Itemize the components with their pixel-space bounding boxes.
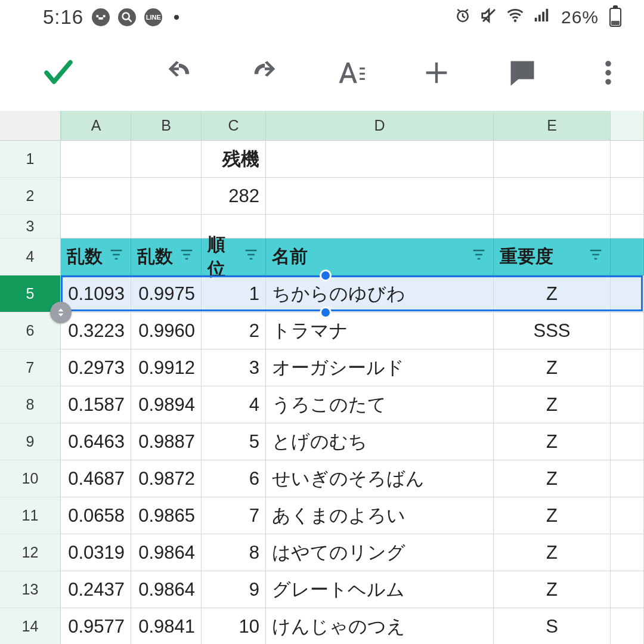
cell-E14[interactable]: S <box>494 608 611 644</box>
row-header-11[interactable]: 11 <box>0 497 61 534</box>
row-header-13[interactable]: 13 <box>0 571 61 608</box>
cell-B9[interactable]: 0.9887 <box>131 423 202 460</box>
cell-B11[interactable]: 0.9865 <box>131 497 202 534</box>
cell-C8[interactable]: 4 <box>202 386 266 423</box>
column-header-F[interactable] <box>611 111 644 141</box>
column-header-B[interactable]: B <box>131 111 202 141</box>
cell-D11[interactable]: あくまのよろい <box>266 497 494 534</box>
cell-A5[interactable]: 0.1093 <box>61 275 131 312</box>
cell-F9[interactable] <box>611 423 644 460</box>
cell-E3[interactable] <box>494 215 611 239</box>
row-header-2[interactable]: 2 <box>0 178 61 215</box>
cell-E1[interactable] <box>494 141 611 178</box>
cell-D10[interactable]: せいぎのそろばん <box>266 460 494 497</box>
cell-F13[interactable] <box>611 571 644 608</box>
cell-B1[interactable] <box>131 141 202 178</box>
redo-button[interactable] <box>241 49 289 97</box>
cell-E10[interactable]: Z <box>494 460 611 497</box>
select-all-corner[interactable] <box>0 111 61 141</box>
cell-F2[interactable] <box>611 178 644 215</box>
cell-C4[interactable]: 順位 <box>202 239 266 275</box>
cell-A2[interactable] <box>61 178 131 215</box>
row-header-10[interactable]: 10 <box>0 460 61 497</box>
row-header-14[interactable]: 14 <box>0 608 61 644</box>
cell-D2[interactable] <box>266 178 494 215</box>
cell-D14[interactable]: けんじゃのつえ <box>266 608 494 644</box>
cell-F10[interactable] <box>611 460 644 497</box>
confirm-button[interactable] <box>35 49 82 97</box>
cell-E4[interactable]: 重要度 <box>494 239 611 275</box>
cell-F6[interactable] <box>611 312 644 349</box>
cell-D3[interactable] <box>266 215 494 239</box>
cell-E2[interactable] <box>494 178 611 215</box>
cell-A7[interactable]: 0.2973 <box>61 349 131 386</box>
cell-C9[interactable]: 5 <box>202 423 266 460</box>
cell-F12[interactable] <box>611 534 644 571</box>
cell-A4[interactable]: 乱数 <box>61 239 131 275</box>
filter-icon[interactable] <box>243 246 259 263</box>
cell-B13[interactable]: 0.9864 <box>131 571 202 608</box>
cell-C1[interactable]: 残機 <box>202 141 266 178</box>
cell-C7[interactable]: 3 <box>202 349 266 386</box>
cell-E12[interactable]: Z <box>494 534 611 571</box>
cell-C10[interactable]: 6 <box>202 460 266 497</box>
cell-A12[interactable]: 0.0319 <box>61 534 131 571</box>
cell-F4[interactable] <box>611 239 644 275</box>
row-drag-handle[interactable] <box>50 302 72 323</box>
cell-F5[interactable] <box>611 275 644 312</box>
cell-B7[interactable]: 0.9912 <box>131 349 202 386</box>
cell-D1[interactable] <box>266 141 494 178</box>
cell-F8[interactable] <box>611 386 644 423</box>
cell-A1[interactable] <box>61 141 131 178</box>
cell-C12[interactable]: 8 <box>202 534 266 571</box>
cell-C14[interactable]: 10 <box>202 608 266 644</box>
cell-B3[interactable] <box>131 215 202 239</box>
filter-icon[interactable] <box>108 246 125 263</box>
cell-A6[interactable]: 0.3223 <box>61 312 131 349</box>
column-header-E[interactable]: E <box>494 111 611 141</box>
comment-button[interactable] <box>499 49 546 97</box>
cell-E13[interactable]: Z <box>494 571 611 608</box>
filter-icon[interactable] <box>587 246 604 263</box>
cell-A8[interactable]: 0.1587 <box>61 386 131 423</box>
add-button[interactable] <box>413 49 460 97</box>
cell-C2[interactable]: 282 <box>202 178 266 215</box>
cell-D13[interactable]: グレートヘルム <box>266 571 494 608</box>
cell-D7[interactable]: オーガシールド <box>266 349 494 386</box>
cell-D4[interactable]: 名前 <box>266 239 494 275</box>
filter-icon[interactable] <box>470 246 487 263</box>
cell-F1[interactable] <box>611 141 644 178</box>
cell-A9[interactable]: 0.6463 <box>61 423 131 460</box>
cell-B2[interactable] <box>131 178 202 215</box>
row-header-3[interactable]: 3 <box>0 215 61 239</box>
cell-B14[interactable]: 0.9841 <box>131 608 202 644</box>
more-button[interactable] <box>584 49 632 97</box>
column-header-A[interactable]: A <box>61 111 131 141</box>
cell-B10[interactable]: 0.9872 <box>131 460 202 497</box>
cell-E11[interactable]: Z <box>494 497 611 534</box>
cell-F11[interactable] <box>611 497 644 534</box>
column-header-D[interactable]: D <box>266 111 494 141</box>
row-header-12[interactable]: 12 <box>0 534 61 571</box>
cell-D12[interactable]: はやてのリング <box>266 534 494 571</box>
cell-B12[interactable]: 0.9864 <box>131 534 202 571</box>
row-header-9[interactable]: 9 <box>0 423 61 460</box>
cell-A10[interactable]: 0.4687 <box>61 460 131 497</box>
row-header-4[interactable]: 4 <box>0 239 61 275</box>
undo-button[interactable] <box>155 49 203 97</box>
column-header-C[interactable]: C <box>202 111 266 141</box>
filter-icon[interactable] <box>178 246 195 263</box>
cell-E5[interactable]: Z <box>494 275 611 312</box>
cell-C6[interactable]: 2 <box>202 312 266 349</box>
cell-B4[interactable]: 乱数 <box>131 239 202 275</box>
cell-F14[interactable] <box>611 608 644 644</box>
row-header-8[interactable]: 8 <box>0 386 61 423</box>
cell-D6[interactable]: トラマナ <box>266 312 494 349</box>
cell-D9[interactable]: とげのむち <box>266 423 494 460</box>
cell-B8[interactable]: 0.9894 <box>131 386 202 423</box>
cell-A14[interactable]: 0.9577 <box>61 608 131 644</box>
cell-F3[interactable] <box>611 215 644 239</box>
cell-E6[interactable]: SSS <box>494 312 611 349</box>
cell-C13[interactable]: 9 <box>202 571 266 608</box>
cell-A13[interactable]: 0.2437 <box>61 571 131 608</box>
